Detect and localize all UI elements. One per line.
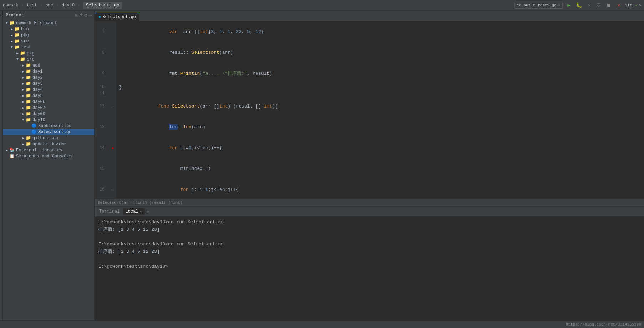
main-area: 1 Project ⊞ ÷ ⚙ — ▼ 📁 gowork E:\gowork ▶…: [0, 11, 644, 320]
code-line-15: 15 minIndex:=i: [95, 158, 644, 179]
tree-item-day5[interactable]: ▶ 📁 day5: [3, 93, 94, 99]
terminal-line-3: [98, 234, 640, 241]
terminal-tab-label: Terminal: [99, 209, 120, 214]
tree-item-github[interactable]: ▶ 📁 github.com: [3, 135, 94, 141]
tree-item-test-src[interactable]: ▼ 📁 src: [3, 56, 94, 62]
menu-gowork[interactable]: gowork: [3, 3, 18, 8]
file-tabs: ● Selectsort.go: [95, 11, 644, 21]
run-button[interactable]: ▶: [565, 1, 573, 9]
tree-item-test[interactable]: ▼ 📁 test: [3, 44, 94, 50]
force-stop-button[interactable]: ✕: [615, 1, 623, 9]
tree-item-day06[interactable]: ▶ 📁 day06: [3, 99, 94, 105]
file-tab-selectsort[interactable]: ● Selectsort.go: [95, 13, 139, 21]
top-bar-right: go build test5.go ▾ ▶ 🐛 ⚡ 🛡 ⏹ ✕ Git: ✓ ✎: [514, 1, 642, 9]
terminal-area: Terminal Local ✕ + E:\gowork\test\src\da…: [95, 206, 644, 320]
status-right: https://blog.csdn.net/u014265398: [566, 322, 641, 327]
terminal-line-6: [98, 256, 640, 263]
code-line-11: 11: [95, 91, 644, 96]
sidebar: Project ⊞ ÷ ⚙ — ▼ 📁 gowork E:\gowork ▶ 📁…: [3, 11, 95, 320]
chevron-down-icon: ▾: [558, 3, 561, 7]
minimize-icon[interactable]: —: [89, 12, 92, 18]
settings-icon[interactable]: ⚙: [84, 12, 87, 18]
tree-item-src[interactable]: ▶ 📁 src: [3, 38, 94, 44]
editor-area: ● Selectsort.go 7 var arr=[]int{3, 4, 1,…: [95, 11, 644, 320]
sidebar-header: Project ⊞ ÷ ⚙ —: [3, 11, 94, 20]
collapse-all-icon[interactable]: ÷: [80, 12, 83, 18]
run-config-label: go build test5.go: [517, 3, 557, 7]
tree-item-day4[interactable]: ▶ 📁 day4: [3, 87, 94, 93]
file-tab-icon: ●: [98, 15, 101, 20]
tree-item-external[interactable]: ▶ 📚 External Libraries: [3, 147, 94, 153]
terminal-add-button[interactable]: +: [146, 208, 150, 215]
tree-item-day3[interactable]: ▶ 📁 day3: [3, 80, 94, 87]
local-tab-label: Local: [126, 209, 138, 214]
terminal-line-5: 排序后: [1 3 4 5 12 23]: [98, 248, 640, 256]
file-tab-label: Selectsort.go: [102, 15, 136, 20]
expand-all-icon[interactable]: ⊞: [75, 12, 78, 18]
debug-button[interactable]: 🐛: [575, 1, 583, 9]
tree-item-day10[interactable]: ▼ 📁 day10: [3, 117, 94, 123]
project-tab-icon[interactable]: 1: [0, 14, 4, 16]
git-edit-icon: ✎: [639, 3, 641, 7]
code-line-9: 9 fmt.Println("a.... \"排序后:", result): [95, 63, 644, 84]
scratches-label: Scratches and Consoles: [16, 154, 72, 159]
run-config-selector[interactable]: go build test5.go ▾: [514, 2, 563, 9]
code-line-8: 8 result:=Selectsort(arr): [95, 42, 644, 63]
status-bar: https://blog.csdn.net/u014265398: [0, 320, 644, 328]
code-line-13: 13 len:=len(arr): [95, 117, 644, 138]
tree-item-pkg[interactable]: ▶ 📁 pkg: [3, 32, 94, 38]
code-line-16: 16 ▷ for j:=i+1;j<len;j++{: [95, 179, 644, 198]
tree-item-day07[interactable]: ▶ 📁 day07: [3, 105, 94, 111]
sidebar-header-icons: ⊞ ÷ ⚙ —: [75, 12, 92, 18]
terminal-tab-local[interactable]: Local ✕: [123, 208, 145, 215]
tree-item-test-pkg[interactable]: ▶ 📁 pkg: [3, 50, 94, 56]
terminal-prompt: E:\gowork\test\src\day10>: [98, 263, 640, 271]
git-badge: Git: ✓ ✎: [625, 3, 641, 7]
tree-item-bin[interactable]: ▶ 📁 bin: [3, 26, 94, 32]
tree-item-update-device[interactable]: ▶ 📁 update_device: [3, 141, 94, 147]
tree-item-scratches[interactable]: 📋 Scratches and Consoles: [3, 153, 94, 159]
terminal-tab-terminal[interactable]: Terminal: [96, 208, 123, 215]
git-label: Git:: [625, 3, 634, 7]
sidebar-title: Project: [6, 13, 24, 18]
menu-src[interactable]: src: [46, 3, 53, 8]
git-check-icon: ✓: [635, 3, 638, 7]
top-bar: gowork › test › src › day10 › Selectsort…: [0, 0, 644, 11]
terminal-content[interactable]: E:\gowork\test\src\day10>go run Selectso…: [95, 217, 644, 320]
editor-status-bar: Selectsort(arr []int) (result []int): [95, 198, 644, 206]
code-line-14: 14 ● for i:=0;i<len;i++{: [95, 137, 644, 158]
tree-item-add[interactable]: ▶ 📁 add: [3, 62, 94, 68]
tree-item-day09[interactable]: ▶ 📁 day09: [3, 111, 94, 117]
terminal-tab-close-icon[interactable]: ✕: [140, 209, 142, 214]
active-file-tab[interactable]: Selectsort.go: [83, 2, 122, 9]
left-tab: 1: [0, 11, 3, 320]
tree-item-bubblesort[interactable]: 🔵 Bubblesort.go: [3, 123, 94, 129]
tree-item-gowork[interactable]: ▼ 📁 gowork E:\gowork: [3, 20, 94, 26]
terminal-line-4: E:\gowork\test\src\day10>go run Selectso…: [98, 241, 640, 248]
tree-item-selectsort[interactable]: 🔵 Selectsort.go: [3, 129, 94, 135]
code-table: 7 var arr=[]int{3, 4, 1, 23, 5, 12} 8 re…: [95, 21, 644, 198]
terminal-line-2: 排序后: [1 3 4 5 12 23]: [98, 226, 640, 234]
code-line-7: 7 var arr=[]int{3, 4, 1, 23, 5, 12}: [95, 21, 644, 42]
tree-item-day1[interactable]: ▶ 📁 day1: [3, 68, 94, 74]
code-editor[interactable]: 7 var arr=[]int{3, 4, 1, 23, 5, 12} 8 re…: [95, 21, 644, 198]
menu-test[interactable]: test: [27, 3, 37, 8]
stop-button[interactable]: ⏹: [605, 1, 613, 9]
tree-item-day2[interactable]: ▶ 📁 day2: [3, 74, 94, 80]
top-bar-left: gowork › test › src › day10 › Selectsort…: [3, 2, 514, 9]
coverage-button[interactable]: 🛡: [595, 1, 603, 9]
code-line-12: 12 ▷ func Selectsort(arr []int) (result …: [95, 96, 644, 117]
code-line-10: 10 }: [95, 84, 644, 91]
profile-button[interactable]: ⚡: [585, 1, 593, 9]
terminal-line-1: E:\gowork\test\src\day10>go run Selectso…: [98, 219, 640, 226]
function-hint: Selectsort(arr []int) (result []int): [98, 201, 183, 205]
terminal-tabs: Terminal Local ✕ +: [95, 207, 644, 217]
menu-day10[interactable]: day10: [62, 3, 75, 8]
